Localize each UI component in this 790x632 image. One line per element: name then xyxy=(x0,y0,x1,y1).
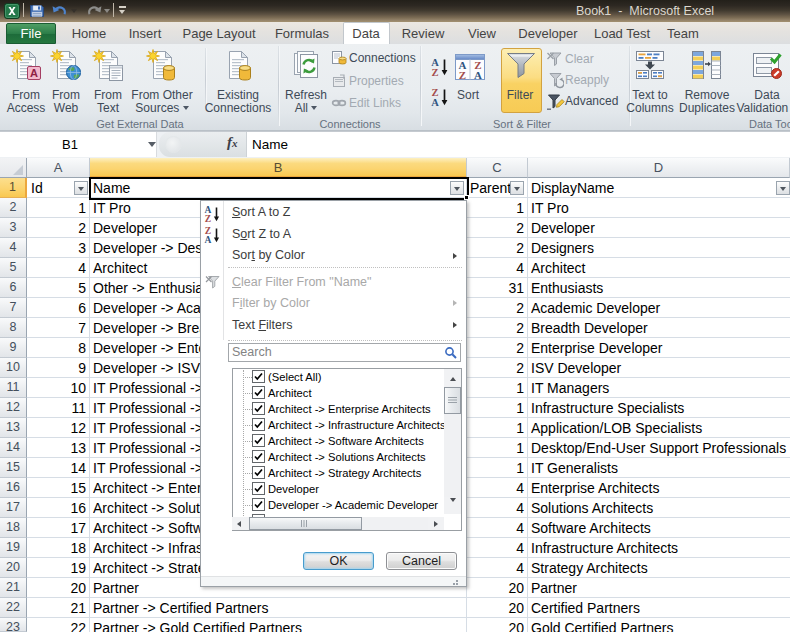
svg-text:Z: Z xyxy=(431,67,438,78)
svg-text:Z: Z xyxy=(459,69,466,81)
svg-text:A: A xyxy=(474,69,482,81)
svg-text:Z: Z xyxy=(205,214,211,224)
svg-text:A: A xyxy=(30,67,38,79)
svg-text:A: A xyxy=(205,235,212,245)
